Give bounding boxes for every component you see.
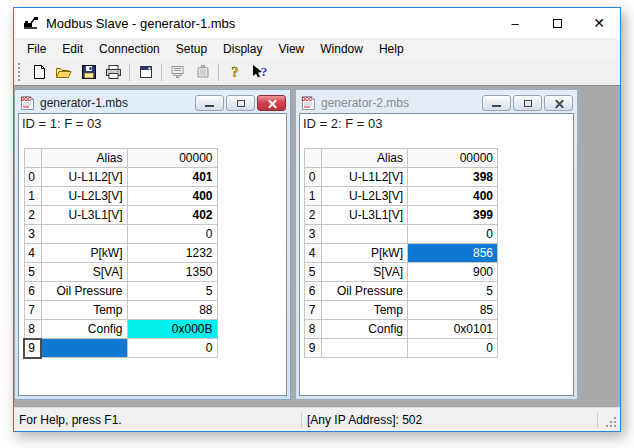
alias-cell[interactable]: Oil Pressure <box>41 282 127 301</box>
child-minimize-button[interactable] <box>482 95 511 111</box>
alias-cell[interactable]: P[kW] <box>41 244 127 263</box>
communication-button[interactable] <box>190 61 215 84</box>
child-close-button[interactable] <box>544 95 573 111</box>
value-cell[interactable]: 0 <box>127 339 217 358</box>
alias-cell[interactable]: Temp <box>41 301 127 320</box>
menu-window[interactable]: Window <box>312 40 371 58</box>
register-row: 30 <box>24 225 217 244</box>
value-cell[interactable]: 400 <box>127 187 217 206</box>
register-row: 8Config0x0101 <box>305 320 498 339</box>
document-client-area: ID = 1: F = 03 Alias000000U-L1L2[V]4011U… <box>18 113 287 396</box>
child-close-button[interactable] <box>257 95 286 111</box>
row-header: 0 <box>305 168 322 187</box>
alias-cell[interactable]: U-L2L3[V] <box>322 187 408 206</box>
display-setup-icon <box>138 64 154 80</box>
menu-edit[interactable]: Edit <box>54 40 91 58</box>
context-help-icon: ? <box>251 64 269 80</box>
alias-cell[interactable]: U-L3L1[V] <box>41 206 127 225</box>
value-cell[interactable]: 399 <box>408 206 498 225</box>
alias-cell[interactable]: U-L1L2[V] <box>41 168 127 187</box>
svg-text:?: ? <box>260 64 267 79</box>
row-header: 2 <box>305 206 322 225</box>
row-header: 2 <box>24 206 41 225</box>
value-cell[interactable]: 5 <box>408 282 498 301</box>
row-header: 7 <box>305 301 322 320</box>
child-title-bar[interactable]: DOC generator-1.mbs <box>18 93 287 113</box>
document-window-generator-2[interactable]: DOC generator-2.mbs ID = 2: F = 03 Alias… <box>295 89 578 400</box>
minimize-icon <box>492 105 501 107</box>
alias-cell[interactable]: Oil Pressure <box>322 282 408 301</box>
menu-setup[interactable]: Setup <box>168 40 215 58</box>
alias-cell[interactable]: Temp <box>322 301 408 320</box>
value-cell[interactable]: 402 <box>127 206 217 225</box>
value-cell[interactable]: 1350 <box>127 263 217 282</box>
context-help-button[interactable]: ? <box>247 61 272 84</box>
column-header: Alias <box>322 149 408 168</box>
value-cell[interactable]: 0 <box>408 339 498 358</box>
value-cell[interactable]: 0x0101 <box>408 320 498 339</box>
alias-cell[interactable]: U-L2L3[V] <box>41 187 127 206</box>
menu-file[interactable]: File <box>19 40 54 58</box>
value-cell[interactable]: 85 <box>408 301 498 320</box>
menu-view[interactable]: View <box>270 40 312 58</box>
child-title-bar[interactable]: DOC generator-2.mbs <box>299 93 574 113</box>
help-button[interactable]: ? <box>222 61 247 84</box>
maximize-icon <box>553 19 562 28</box>
value-cell[interactable]: 401 <box>127 168 217 187</box>
maximize-button[interactable] <box>536 8 578 38</box>
alias-cell[interactable] <box>41 225 127 244</box>
row-header: 8 <box>305 320 322 339</box>
menu-help[interactable]: Help <box>371 40 412 58</box>
alias-cell[interactable]: P[kW] <box>322 244 408 263</box>
value-cell[interactable]: 0x000B <box>127 320 217 339</box>
child-maximize-button[interactable] <box>513 95 542 111</box>
child-window-controls <box>195 95 286 111</box>
document-window-generator-1[interactable]: DOC generator-1.mbs ID = 1: F = 03 Alias… <box>14 89 291 400</box>
column-header: Alias <box>41 149 127 168</box>
value-cell[interactable]: 398 <box>408 168 498 187</box>
child-maximize-button[interactable] <box>226 95 255 111</box>
alias-cell[interactable] <box>41 339 127 358</box>
menu-display[interactable]: Display <box>215 40 270 58</box>
value-cell[interactable]: 900 <box>408 263 498 282</box>
child-minimize-button[interactable] <box>195 95 224 111</box>
resize-grip[interactable] <box>598 408 620 431</box>
alias-cell[interactable] <box>322 339 408 358</box>
new-file-button[interactable] <box>26 61 51 84</box>
value-cell[interactable]: 856 <box>408 244 498 263</box>
value-cell[interactable]: 5 <box>127 282 217 301</box>
value-cell[interactable]: 0 <box>127 225 217 244</box>
row-header: 7 <box>24 301 41 320</box>
alias-cell[interactable]: S[VA] <box>41 263 127 282</box>
register-row: 5S[VA]1350 <box>24 263 217 282</box>
connection-setup-button[interactable] <box>165 61 190 84</box>
close-button[interactable]: ✕ <box>578 8 620 38</box>
print-button[interactable] <box>101 61 126 84</box>
svg-text:DOC: DOC <box>302 97 313 102</box>
child-window-title: generator-2.mbs <box>321 96 409 110</box>
display-setup-button[interactable] <box>133 61 158 84</box>
save-button[interactable] <box>76 61 101 84</box>
alias-cell[interactable]: U-L3L1[V] <box>322 206 408 225</box>
alias-cell[interactable]: U-L1L2[V] <box>322 168 408 187</box>
register-row: 90 <box>24 339 217 358</box>
open-file-button[interactable] <box>51 61 76 84</box>
toolbar-grip[interactable] <box>18 63 23 81</box>
column-header: 00000 <box>127 149 217 168</box>
row-header: 4 <box>305 244 322 263</box>
alias-cell[interactable]: Config <box>322 320 408 339</box>
title-bar[interactable]: Modbus Slave - generator-1.mbs – ✕ <box>14 8 620 38</box>
grid-corner <box>305 149 322 168</box>
alias-cell[interactable] <box>322 225 408 244</box>
minimize-button[interactable]: – <box>494 8 536 38</box>
menu-connection[interactable]: Connection <box>91 40 168 58</box>
alias-cell[interactable]: Config <box>41 320 127 339</box>
register-row: 2U-L3L1[V]402 <box>24 206 217 225</box>
row-header: 3 <box>305 225 322 244</box>
value-cell[interactable]: 400 <box>408 187 498 206</box>
child-window-title: generator-1.mbs <box>40 96 128 110</box>
value-cell[interactable]: 1232 <box>127 244 217 263</box>
alias-cell[interactable]: S[VA] <box>322 263 408 282</box>
value-cell[interactable]: 0 <box>408 225 498 244</box>
value-cell[interactable]: 88 <box>127 301 217 320</box>
